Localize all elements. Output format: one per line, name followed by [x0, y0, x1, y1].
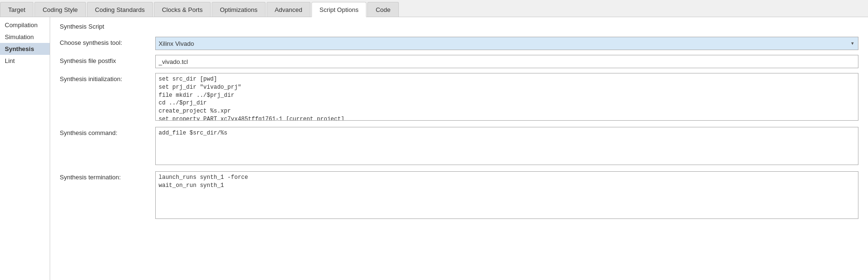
- tab-target[interactable]: Target: [0, 2, 33, 17]
- postfix-input[interactable]: [155, 55, 858, 68]
- tab-clocks-ports[interactable]: Clocks & Ports: [154, 2, 211, 17]
- sidebar-item-lint[interactable]: Lint: [0, 55, 50, 67]
- section-title: Synthesis Script: [60, 23, 858, 30]
- initialization-label: Synthesis initialization:: [60, 73, 155, 83]
- initialization-textarea[interactable]: [155, 73, 858, 121]
- tab-optimizations[interactable]: Optimizations: [212, 2, 266, 17]
- command-row: Synthesis command:: [60, 127, 858, 166]
- choose-tool-select-wrapper: Xilinx VivadoSynopsys DCCadence Genus: [155, 37, 858, 50]
- postfix-wrapper: [155, 55, 858, 68]
- initialization-wrapper: [155, 73, 858, 122]
- tab-advanced[interactable]: Advanced: [267, 2, 311, 17]
- postfix-label: Synthesis file postfix: [60, 55, 155, 64]
- tab-code[interactable]: Code: [367, 2, 398, 17]
- sidebar-item-synthesis[interactable]: Synthesis: [0, 43, 50, 55]
- command-textarea[interactable]: [155, 127, 858, 165]
- sidebar-item-compilation[interactable]: Compilation: [0, 19, 50, 31]
- termination-textarea[interactable]: [155, 171, 858, 219]
- content-area: Synthesis Script Choose synthesis tool: …: [50, 17, 868, 280]
- termination-wrapper: [155, 171, 858, 220]
- termination-row: Synthesis termination:: [60, 171, 858, 220]
- postfix-row: Synthesis file postfix: [60, 55, 858, 68]
- initialization-row: Synthesis initialization:: [60, 73, 858, 122]
- sidebar-item-simulation[interactable]: Simulation: [0, 31, 50, 43]
- tab-coding-style[interactable]: Coding Style: [34, 2, 86, 17]
- tab-script-options[interactable]: Script Options: [311, 2, 367, 17]
- choose-tool-row: Choose synthesis tool: Xilinx VivadoSyno…: [60, 37, 858, 50]
- termination-label: Synthesis termination:: [60, 171, 155, 181]
- tab-coding-standards[interactable]: Coding Standards: [87, 2, 153, 17]
- sidebar: CompilationSimulationSynthesisLint: [0, 17, 50, 280]
- choose-tool-select[interactable]: Xilinx VivadoSynopsys DCCadence Genus: [155, 37, 858, 50]
- tab-bar: TargetCoding StyleCoding StandardsClocks…: [0, 0, 868, 17]
- command-wrapper: [155, 127, 858, 166]
- choose-tool-wrapper: Xilinx VivadoSynopsys DCCadence Genus: [155, 37, 858, 50]
- command-label: Synthesis command:: [60, 127, 155, 136]
- choose-tool-label: Choose synthesis tool:: [60, 37, 155, 46]
- main-container: CompilationSimulationSynthesisLint Synth…: [0, 17, 868, 280]
